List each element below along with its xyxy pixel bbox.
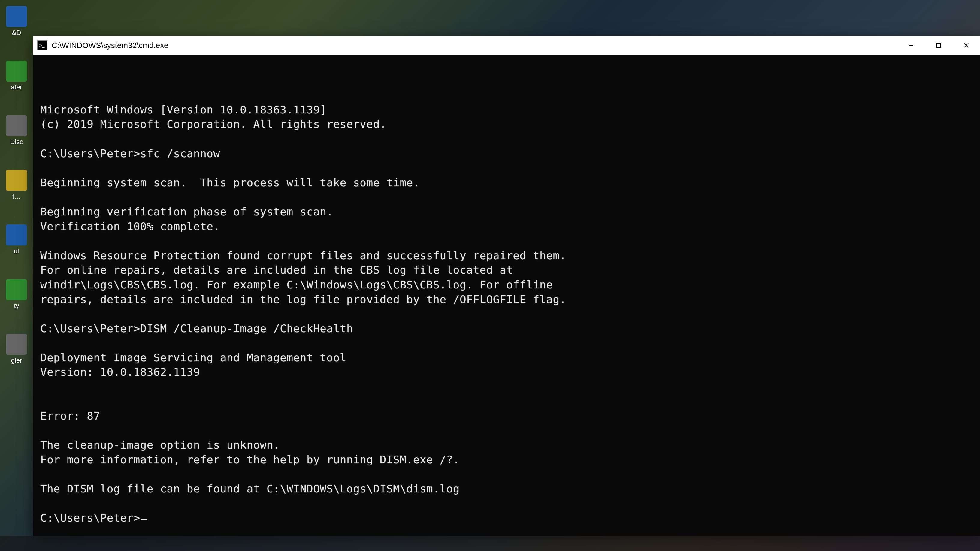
desktop-icon[interactable]: gler — [3, 334, 30, 364]
desktop-icon[interactable]: Disc — [3, 115, 30, 146]
console-line: C:\Users\Peter> — [40, 511, 973, 526]
console-line: The DISM log file can be found at C:\WIN… — [40, 482, 973, 496]
desktop-icon-label: t… — [3, 193, 30, 200]
console-line — [40, 394, 973, 409]
console-line: Error: 87 — [40, 409, 973, 424]
text-cursor — [141, 519, 147, 520]
desktop-icon-glyph — [6, 6, 27, 27]
window-title: C:\WINDOWS\system32\cmd.exe — [52, 41, 169, 50]
svg-text:>_: >_ — [39, 43, 45, 48]
console-line — [40, 307, 973, 321]
console-output-area[interactable]: Microsoft Windows [Version 10.0.18363.11… — [33, 55, 980, 536]
console-line — [40, 234, 973, 248]
console-line — [40, 336, 973, 351]
desktop-icon[interactable]: t… — [3, 170, 30, 200]
console-line: The cleanup-image option is unknown. — [40, 438, 973, 453]
desktop-icon-label: Disc — [3, 138, 30, 146]
desktop-icon-label: ut — [3, 247, 30, 255]
desktop-icon[interactable]: ater — [3, 60, 30, 91]
console-line: Verification 100% complete. — [40, 219, 973, 234]
desktop-icon-label: gler — [3, 357, 30, 364]
window-titlebar[interactable]: >_ C:\WINDOWS\system32\cmd.exe — [33, 36, 980, 55]
console-line: For online repairs, details are included… — [40, 263, 973, 278]
cmd-app-icon: >_ — [37, 40, 48, 51]
command-prompt-window: >_ C:\WINDOWS\system32\cmd.exe Microsoft… — [33, 36, 980, 536]
console-line — [40, 161, 973, 176]
desktop-icon-glyph — [6, 115, 27, 136]
console-line: (c) 2019 Microsoft Corporation. All righ… — [40, 117, 973, 132]
console-line: Beginning system scan. This process will… — [40, 176, 973, 190]
console-line — [40, 496, 973, 511]
console-line: For more information, refer to the help … — [40, 453, 973, 467]
desktop-icon[interactable]: &D — [3, 6, 30, 37]
console-line — [40, 190, 973, 205]
desktop-icon-glyph — [6, 60, 27, 82]
taskbar[interactable] — [0, 536, 980, 551]
console-line: Deployment Image Servicing and Managemen… — [40, 351, 973, 365]
console-line: Beginning verification phase of system s… — [40, 205, 973, 219]
console-line: Windows Resource Protection found corrup… — [40, 248, 973, 263]
desktop-icon-glyph — [6, 279, 27, 300]
console-line: Version: 10.0.18362.1139 — [40, 365, 973, 380]
minimize-button[interactable] — [897, 36, 925, 55]
desktop-icon-glyph — [6, 170, 27, 191]
desktop-icon[interactable]: ty — [3, 279, 30, 310]
console-line — [40, 132, 973, 146]
desktop-icon-glyph — [6, 224, 27, 246]
console-line: C:\Users\Peter>DISM /Cleanup-Image /Chec… — [40, 321, 973, 336]
window-controls — [897, 36, 980, 55]
desktop-icons-column: &DaterDisct…uttygler — [0, 0, 33, 551]
console-line — [40, 380, 973, 394]
console-line — [40, 467, 973, 482]
svg-rect-3 — [937, 43, 941, 48]
desktop-icon-label: ater — [3, 83, 30, 91]
console-line: windir\Logs\CBS\CBS.log. For example C:\… — [40, 278, 973, 292]
desktop-icon-glyph — [6, 334, 27, 355]
maximize-button[interactable] — [925, 36, 952, 55]
desktop-icon-label: ty — [3, 302, 30, 310]
console-line: Microsoft Windows [Version 10.0.18363.11… — [40, 103, 973, 118]
titlebar-left: >_ C:\WINDOWS\system32\cmd.exe — [37, 40, 169, 51]
console-line: C:\Users\Peter>sfc /scannow — [40, 146, 973, 161]
close-button[interactable] — [952, 36, 980, 55]
console-line — [40, 424, 973, 438]
desktop-icon-label: &D — [3, 29, 30, 37]
console-line: repairs, details are included in the log… — [40, 292, 973, 307]
desktop-icon[interactable]: ut — [3, 224, 30, 255]
